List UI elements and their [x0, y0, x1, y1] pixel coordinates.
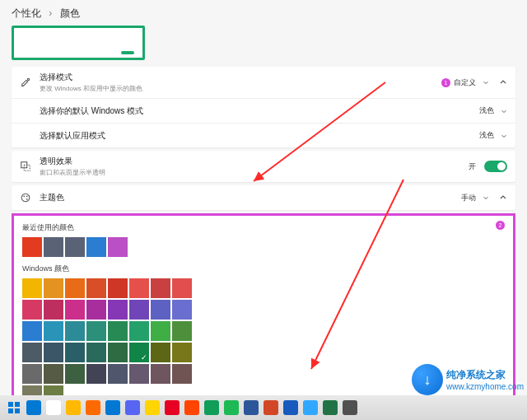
color-swatch[interactable] — [86, 364, 106, 384]
color-swatch[interactable] — [172, 364, 192, 384]
color-swatch[interactable] — [86, 237, 106, 257]
color-swatch[interactable] — [151, 278, 170, 298]
color-swatch[interactable] — [129, 278, 149, 298]
svg-point-3 — [21, 194, 30, 202]
taskbar-app-icon[interactable] — [125, 400, 140, 415]
app-mode-title: 选择默认应用模式 — [40, 130, 479, 142]
chevron-down-icon[interactable] — [501, 133, 507, 139]
expand-icon[interactable] — [499, 78, 507, 86]
transparency-icon — [20, 161, 31, 172]
color-swatch[interactable] — [44, 300, 63, 320]
mode-row[interactable]: 选择模式 更改 Windows 和应用中显示的颜色 1 自定义 — [12, 67, 515, 98]
transparency-value: 开 — [469, 161, 476, 172]
taskbar-app-icon[interactable] — [184, 400, 199, 415]
color-swatch[interactable] — [65, 278, 85, 298]
color-swatch[interactable] — [22, 278, 42, 298]
annotation-badge-2: 2 — [496, 221, 505, 230]
color-swatch[interactable] — [65, 364, 85, 384]
color-swatch[interactable] — [172, 278, 192, 298]
color-swatch[interactable] — [172, 343, 192, 362]
color-swatch[interactable] — [22, 237, 42, 257]
color-swatch[interactable] — [86, 343, 106, 362]
taskbar-app-icon[interactable] — [165, 400, 180, 415]
taskbar-app-icon[interactable] — [224, 400, 239, 415]
color-swatch[interactable] — [129, 364, 149, 384]
watermark-url: www.kzmyhome.com — [446, 382, 524, 391]
color-swatch[interactable] — [108, 300, 128, 320]
svg-rect-9 — [8, 402, 13, 407]
watermark: ↓ 纯净系统之家 www.kzmyhome.com — [412, 364, 524, 395]
breadcrumb-parent[interactable]: 个性化 — [12, 7, 41, 19]
recent-colors — [22, 237, 505, 257]
color-swatch[interactable] — [22, 343, 42, 362]
breadcrumb-current: 颜色 — [60, 7, 80, 19]
taskbar-app-icon[interactable] — [283, 400, 298, 415]
taskbar-app-icon[interactable] — [145, 400, 160, 415]
color-swatch[interactable] — [65, 321, 85, 341]
chevron-down-icon[interactable] — [483, 194, 489, 201]
color-swatch[interactable] — [129, 300, 149, 320]
watermark-title: 纯净系统之家 — [446, 368, 524, 382]
windows-colors-label: Windows 颜色 — [22, 264, 505, 274]
color-swatch[interactable] — [151, 364, 170, 384]
color-swatch[interactable] — [86, 321, 106, 341]
svg-rect-10 — [15, 402, 20, 407]
taskbar-app-icon[interactable] — [86, 400, 100, 415]
recent-colors-label: 最近使用的颜色 — [22, 222, 505, 233]
color-swatch[interactable] — [44, 278, 63, 298]
color-swatch[interactable] — [108, 321, 128, 341]
color-swatch[interactable] — [151, 321, 170, 341]
color-swatch[interactable] — [65, 300, 85, 320]
color-swatch[interactable] — [108, 237, 128, 257]
svg-rect-11 — [8, 408, 13, 413]
taskbar-app-icon[interactable] — [105, 400, 120, 415]
color-swatch[interactable] — [108, 364, 128, 384]
accent-row[interactable]: 主题色 手动 — [12, 185, 515, 210]
color-swatch[interactable] — [22, 300, 42, 320]
taskbar[interactable] — [0, 395, 527, 420]
breadcrumb: 个性化 › 颜色 — [0, 0, 527, 26]
windows-mode-row[interactable]: 选择你的默认 Windows 模式 浅色 — [12, 98, 515, 123]
transparency-toggle[interactable] — [484, 161, 507, 172]
color-swatch[interactable] — [172, 300, 192, 320]
color-swatch[interactable] — [151, 300, 170, 320]
app-mode-row[interactable]: 选择默认应用模式 浅色 — [12, 123, 515, 147]
taskbar-app-icon[interactable] — [264, 400, 278, 415]
start-button[interactable] — [7, 400, 21, 415]
color-swatch[interactable] — [86, 278, 106, 298]
color-swatch[interactable] — [44, 343, 63, 362]
taskbar-app-icon[interactable] — [323, 400, 338, 415]
color-swatch[interactable] — [44, 321, 63, 341]
watermark-icon: ↓ — [412, 364, 443, 395]
color-swatch[interactable] — [44, 364, 63, 384]
accent-value: 手动 — [461, 193, 476, 203]
chevron-down-icon[interactable] — [483, 79, 489, 86]
windows-mode-value: 浅色 — [479, 105, 494, 116]
color-swatch[interactable] — [108, 278, 128, 298]
taskbar-app-icon[interactable] — [26, 400, 41, 415]
color-swatch[interactable] — [22, 364, 42, 384]
color-swatch[interactable] — [129, 343, 149, 362]
svg-point-4 — [23, 195, 25, 197]
color-swatch[interactable] — [22, 321, 42, 341]
taskbar-app-icon[interactable] — [244, 400, 259, 415]
taskbar-app-icon[interactable] — [303, 400, 318, 415]
expand-icon[interactable] — [499, 194, 507, 202]
taskbar-app-icon[interactable] — [343, 400, 357, 415]
taskbar-app-icon[interactable] — [66, 400, 81, 415]
taskbar-app-icon[interactable] — [46, 400, 61, 415]
transparency-row[interactable]: 透明效果 窗口和表面显示半透明 开 — [12, 151, 515, 182]
color-swatch[interactable] — [172, 321, 192, 341]
accent-title: 主题色 — [40, 192, 461, 203]
color-swatch[interactable] — [129, 321, 149, 341]
color-swatch[interactable] — [151, 343, 170, 362]
color-swatch[interactable] — [65, 237, 85, 257]
taskbar-app-icon[interactable] — [204, 400, 219, 415]
color-swatch[interactable] — [65, 343, 85, 362]
color-swatch[interactable] — [86, 300, 106, 320]
color-swatch[interactable] — [108, 343, 128, 362]
breadcrumb-separator: › — [49, 7, 52, 19]
color-swatch[interactable] — [44, 237, 63, 257]
transparency-title: 透明效果 — [40, 156, 469, 167]
chevron-down-icon[interactable] — [501, 108, 507, 114]
